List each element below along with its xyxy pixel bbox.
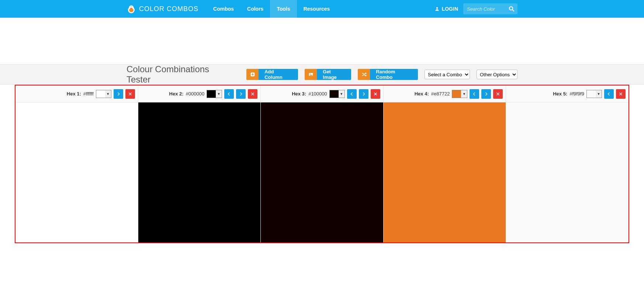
delete-column-button[interactable] (125, 89, 135, 99)
color-column-5: Hex 5:#f9f9f9▼ (506, 85, 629, 242)
delete-column-button[interactable] (248, 89, 257, 99)
top-nav: COLOR COMBOS CombosColorsToolsResources … (0, 0, 644, 18)
hex-label: Hex 2: (169, 91, 184, 97)
search-icon (508, 6, 515, 12)
close-icon (496, 92, 500, 96)
image-icon (305, 69, 317, 80)
color-column-1: Hex 1:#ffffff▼ (15, 85, 138, 242)
svg-point-2 (436, 7, 438, 9)
swatch-preview (96, 90, 105, 98)
swatch-preview (207, 90, 216, 98)
color-column-4: Hex 4:#e87722▼ (384, 85, 506, 242)
hex-value: #ffffff (83, 91, 94, 97)
chevron-down-icon: ▼ (596, 90, 602, 98)
get-image-label: Get Image (317, 69, 351, 80)
hex-label: Hex 4: (415, 91, 429, 97)
color-picker-dropdown[interactable]: ▼ (96, 90, 111, 98)
arrow-left-icon (350, 92, 354, 96)
color-column-2: Hex 2:#000000▼ (138, 85, 261, 242)
toolbar: Colour Combinations Tester Add Column Ge… (0, 64, 644, 85)
svg-line-4 (512, 10, 514, 11)
nav-link-resources[interactable]: Resources (297, 0, 337, 18)
add-column-label: Add Column (259, 69, 298, 80)
delete-column-button[interactable] (616, 89, 626, 99)
hex-value: #100000 (308, 91, 327, 97)
swatch-preview (452, 90, 461, 98)
add-column-button[interactable]: Add Column (246, 69, 298, 80)
palette: Hex 1:#ffffff▼Hex 2:#000000▼Hex 3:#10000… (15, 85, 629, 243)
nav-link-combos[interactable]: Combos (207, 0, 240, 18)
color-swatch (506, 102, 629, 242)
hex-label: Hex 5: (553, 91, 567, 97)
palette-container: Hex 1:#ffffff▼Hex 2:#000000▼Hex 3:#10000… (0, 85, 644, 251)
column-header: Hex 1:#ffffff▼ (15, 85, 138, 102)
move-right-button[interactable] (114, 89, 123, 99)
arrow-left-icon (607, 92, 611, 96)
color-picker-dropdown[interactable]: ▼ (586, 90, 602, 98)
get-image-button[interactable]: Get Image (305, 69, 351, 80)
search-button[interactable] (506, 3, 517, 14)
move-left-button[interactable] (604, 89, 614, 99)
arrow-right-icon (361, 92, 366, 96)
column-header: Hex 4:#e87722▼ (384, 85, 506, 102)
chevron-down-icon: ▼ (105, 90, 111, 98)
column-header: Hex 3:#100000▼ (261, 85, 383, 102)
color-picker-dropdown[interactable]: ▼ (329, 90, 345, 98)
login-label: LOGIN (442, 6, 458, 12)
toolbar-inner: Colour Combinations Tester Add Column Ge… (127, 64, 517, 85)
arrow-right-icon (484, 92, 488, 96)
select-combo-dropdown[interactable]: Select a Combo (425, 70, 470, 79)
search-input[interactable] (463, 6, 506, 12)
color-swatch (384, 102, 506, 242)
color-swatch (138, 102, 261, 242)
other-options-dropdown[interactable]: Other Options (477, 70, 517, 79)
top-nav-inner: COLOR COMBOS CombosColorsToolsResources … (127, 0, 517, 18)
delete-column-button[interactable] (371, 89, 380, 99)
arrow-right-icon (116, 92, 121, 96)
color-swatch (15, 102, 138, 242)
shuffle-icon (358, 69, 370, 80)
move-left-button[interactable] (224, 89, 234, 99)
chevron-down-icon: ▼ (461, 90, 467, 98)
color-swatch (261, 102, 383, 242)
hex-value: #000000 (186, 91, 205, 97)
column-header: Hex 5:#f9f9f9▼ (506, 85, 629, 102)
close-icon (619, 92, 623, 96)
arrow-left-icon (227, 92, 231, 96)
random-combo-button[interactable]: Random Combo (358, 69, 418, 80)
logo-icon (127, 4, 136, 14)
hex-label: Hex 1: (67, 91, 81, 97)
color-picker-dropdown[interactable]: ▼ (207, 90, 222, 98)
move-left-button[interactable] (470, 89, 479, 99)
chevron-down-icon: ▼ (216, 90, 222, 98)
move-right-button[interactable] (481, 89, 491, 99)
nav-link-tools[interactable]: Tools (270, 0, 297, 18)
plus-icon (246, 69, 259, 80)
color-picker-dropdown[interactable]: ▼ (452, 90, 467, 98)
delete-column-button[interactable] (493, 89, 503, 99)
hex-label: Hex 3: (292, 91, 306, 97)
arrow-left-icon (472, 92, 477, 96)
close-icon (373, 92, 378, 96)
login-link[interactable]: LOGIN (434, 6, 458, 12)
svg-point-3 (509, 7, 513, 10)
nav-link-colors[interactable]: Colors (240, 0, 270, 18)
move-right-button[interactable] (236, 89, 246, 99)
column-header: Hex 2:#000000▼ (138, 85, 261, 102)
ad-space (0, 18, 644, 64)
move-left-button[interactable] (347, 89, 357, 99)
close-icon (250, 92, 255, 96)
move-right-button[interactable] (359, 89, 368, 99)
chevron-down-icon: ▼ (339, 90, 344, 98)
search-box (463, 3, 517, 14)
svg-point-7 (310, 74, 311, 74)
hex-value: #e87722 (431, 91, 450, 97)
swatch-preview (587, 90, 596, 98)
close-icon (128, 92, 132, 96)
nav-links: CombosColorsToolsResources (207, 0, 336, 18)
user-icon (434, 6, 440, 11)
swatch-preview (330, 90, 339, 98)
logo[interactable]: COLOR COMBOS (127, 4, 198, 14)
page-title: Colour Combinations Tester (127, 64, 233, 85)
color-column-3: Hex 3:#100000▼ (261, 85, 384, 242)
